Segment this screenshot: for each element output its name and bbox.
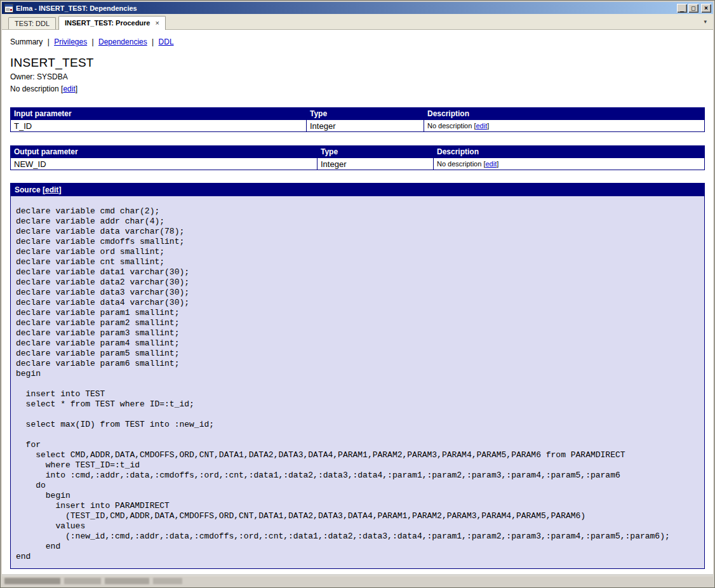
edit-source-link[interactable]: edit: [45, 185, 58, 194]
output-parameters-table: Output parameter Type Description NEW_ID…: [10, 145, 705, 170]
tab-list-dropdown-icon[interactable]: ▾: [700, 17, 711, 26]
minimize-button[interactable]: _: [677, 4, 687, 13]
source-section-header: Source [edit]: [11, 184, 704, 196]
table-header-row: Output parameter Type Description: [11, 146, 705, 158]
source-code-panel: declare variable cmd char(2); declare va…: [11, 196, 704, 568]
nav-link-privileges[interactable]: Privileges: [54, 37, 87, 46]
table-row: NEW_ID Integer No description [edit]: [11, 158, 705, 170]
status-panel: [153, 578, 182, 584]
column-header-description: Description: [424, 108, 705, 120]
nav-link-ddl[interactable]: DDL: [159, 37, 174, 46]
edit-param-description-link[interactable]: edit: [485, 160, 497, 168]
nav-separator: |: [48, 37, 50, 46]
edit-param-description-link[interactable]: edit: [476, 122, 487, 130]
tab-label: INSERT_TEST: Procedure: [65, 19, 150, 27]
param-name-cell: NEW_ID: [11, 158, 317, 170]
tab-insert-test-procedure[interactable]: INSERT_TEST: Procedure ×: [58, 16, 166, 30]
page-title: INSERT_TEST: [10, 56, 713, 70]
status-panel: [4, 578, 60, 584]
column-header-type: Type: [317, 146, 434, 158]
param-type-cell: Integer: [317, 158, 434, 170]
source-code: declare variable cmd char(2); declare va…: [16, 206, 699, 562]
input-parameters-table: Input parameter Type Description T_ID In…: [10, 107, 705, 132]
owner-label: Owner: SYSDBA: [10, 72, 713, 82]
nav-link-dependencies[interactable]: Dependencies: [98, 37, 147, 46]
source-title: Source: [15, 185, 41, 194]
titlebar: Elma - INSERT_TEST: Dependencies _ □ ×: [2, 2, 713, 14]
column-header-input-parameter: Input parameter: [11, 108, 307, 120]
param-name-cell: T_ID: [11, 120, 307, 132]
column-header-type: Type: [307, 108, 424, 120]
window-controls: _ □ ×: [677, 4, 711, 13]
app-window: Elma - INSERT_TEST: Dependencies _ □ × T…: [0, 0, 715, 588]
nav-separator: |: [92, 37, 94, 46]
bracket-close: ]: [497, 160, 498, 168]
source-section: Source [edit] declare variable cmd char(…: [10, 183, 705, 569]
window-title: Elma - INSERT_TEST: Dependencies: [16, 4, 677, 12]
column-header-output-parameter: Output parameter: [11, 146, 317, 158]
nav-current-summary: Summary: [10, 37, 43, 46]
bracket-close: ]: [76, 84, 77, 93]
param-description-cell: No description [edit]: [434, 158, 705, 170]
table-header-row: Input parameter Type Description: [11, 108, 705, 120]
tab-label: TEST: DDL: [15, 20, 50, 27]
status-panel: [64, 578, 101, 584]
tab-test-ddl[interactable]: TEST: DDL: [8, 17, 56, 29]
status-panel: [105, 578, 149, 584]
edit-description-link[interactable]: edit: [63, 84, 75, 93]
bracket-close: ]: [58, 185, 61, 194]
param-type-cell: Integer: [307, 120, 424, 132]
table-row: T_ID Integer No description [edit]: [11, 120, 705, 132]
object-description: No description [edit]: [10, 84, 713, 94]
nav-separator: |: [152, 37, 154, 46]
app-icon: [4, 4, 13, 13]
bracket-close: ]: [487, 122, 489, 130]
tab-bar: TEST: DDL INSERT_TEST: Procedure × ▾: [2, 14, 713, 30]
tab-close-icon[interactable]: ×: [156, 20, 159, 26]
status-bar: [2, 575, 713, 586]
param-description-cell: No description [edit]: [424, 120, 705, 132]
column-header-description: Description: [434, 146, 705, 158]
content-area: Summary | Privileges | Dependencies | DD…: [2, 30, 713, 575]
maximize-button[interactable]: □: [688, 4, 698, 13]
description-text: No description: [437, 160, 481, 168]
description-text: No description: [10, 84, 59, 93]
breadcrumb-nav: Summary | Privileges | Dependencies | DD…: [10, 37, 713, 46]
description-text: No description: [427, 122, 472, 130]
close-button[interactable]: ×: [701, 4, 711, 13]
